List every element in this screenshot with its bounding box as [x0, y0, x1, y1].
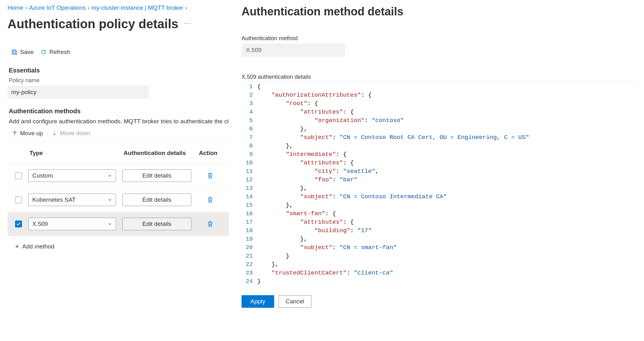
breadcrumb-home[interactable]: Home	[8, 4, 24, 11]
table-row[interactable]: Kubernetes SATEdit details	[8, 188, 229, 212]
command-bar: Save Refresh	[8, 45, 229, 61]
refresh-label: Refresh	[49, 49, 70, 56]
editor-gutter: 123456789101112131415161718192021222324	[242, 81, 257, 287]
type-select[interactable]: Kubernetes SAT	[28, 194, 116, 206]
refresh-icon	[40, 49, 47, 55]
breadcrumb: Home › Azure IoT Operations › my-cluster…	[8, 4, 229, 11]
col-type: Type	[29, 150, 124, 157]
add-method-label: Add method	[22, 243, 54, 250]
col-action: Action	[199, 150, 224, 157]
edit-details-button[interactable]: Edit details	[122, 169, 191, 182]
move-up-label: Move up	[20, 130, 43, 137]
reorder-toolbar: Move up Move down	[8, 125, 229, 143]
right-pane: Authentication method details Authentica…	[229, 0, 644, 341]
cancel-button[interactable]: Cancel	[279, 295, 311, 308]
more-icon[interactable]: ···	[184, 19, 192, 29]
move-down-button: Move down	[52, 130, 90, 137]
plus-icon: +	[15, 242, 19, 251]
methods-table-body: CustomEdit detailsKubernetes SATEdit det…	[8, 164, 229, 236]
move-up-button[interactable]: Move up	[12, 130, 43, 137]
delete-button[interactable]	[207, 221, 213, 227]
type-value: X.509	[32, 221, 48, 227]
arrow-down-icon	[52, 131, 57, 136]
chevron-down-icon	[108, 222, 112, 226]
add-method-button[interactable]: + Add method	[8, 236, 229, 251]
left-pane: Home › Azure IoT Operations › my-cluster…	[0, 0, 229, 341]
type-select[interactable]: X.509	[28, 218, 116, 230]
row-checkbox[interactable]	[15, 196, 22, 203]
method-value: X.509	[242, 44, 345, 57]
apply-button[interactable]: Apply	[242, 295, 274, 308]
essentials-heading: Essentials	[9, 67, 229, 74]
breadcrumb-broker[interactable]: my-cluster-instance | MQTT broker	[92, 4, 184, 11]
row-checkbox[interactable]	[15, 172, 22, 179]
json-editor[interactable]: 123456789101112131415161718192021222324 …	[242, 81, 638, 287]
edit-details-button[interactable]: Edit details	[122, 218, 191, 230]
page-title: Authentication policy details	[8, 17, 178, 31]
footer-buttons: Apply Cancel	[242, 290, 638, 308]
chevron-down-icon	[108, 198, 112, 202]
save-label: Save	[20, 49, 34, 56]
type-select[interactable]: Custom	[28, 169, 116, 182]
arrow-up-icon	[12, 131, 18, 136]
policy-name-label: Policy name	[9, 77, 229, 84]
edit-details-button[interactable]: Edit details	[122, 194, 191, 206]
col-auth: Authentication details	[124, 150, 199, 157]
row-checkbox[interactable]	[15, 221, 22, 227]
save-icon	[11, 49, 18, 55]
type-value: Custom	[32, 172, 53, 179]
chevron-right-icon: ›	[88, 4, 89, 11]
move-down-label: Move down	[60, 130, 90, 137]
type-value: Kubernetes SAT	[32, 196, 76, 203]
methods-table-header: Type Authentication details Action	[8, 143, 229, 164]
save-button[interactable]: Save	[11, 49, 34, 56]
table-row[interactable]: CustomEdit details	[8, 164, 229, 188]
right-title: Authentication method details	[242, 5, 638, 18]
chevron-right-icon: ›	[185, 4, 187, 11]
delete-button[interactable]	[207, 196, 213, 203]
delete-button[interactable]	[207, 172, 213, 179]
method-label: Authentication method	[242, 35, 638, 42]
chevron-right-icon: ›	[25, 4, 27, 11]
chevron-down-icon	[108, 173, 112, 178]
methods-description: Add and configure authentication methods…	[9, 118, 229, 125]
details-label: X.509 authentication details	[242, 74, 638, 80]
policy-name-value: my-policy	[8, 86, 149, 99]
editor-code[interactable]: { "authorizationAttributes": { "root": {…	[257, 81, 638, 287]
refresh-button[interactable]: Refresh	[40, 49, 70, 56]
methods-heading: Authentication methods	[9, 108, 229, 115]
breadcrumb-aio[interactable]: Azure IoT Operations	[29, 4, 86, 11]
table-row[interactable]: X.509Edit details	[8, 212, 229, 236]
